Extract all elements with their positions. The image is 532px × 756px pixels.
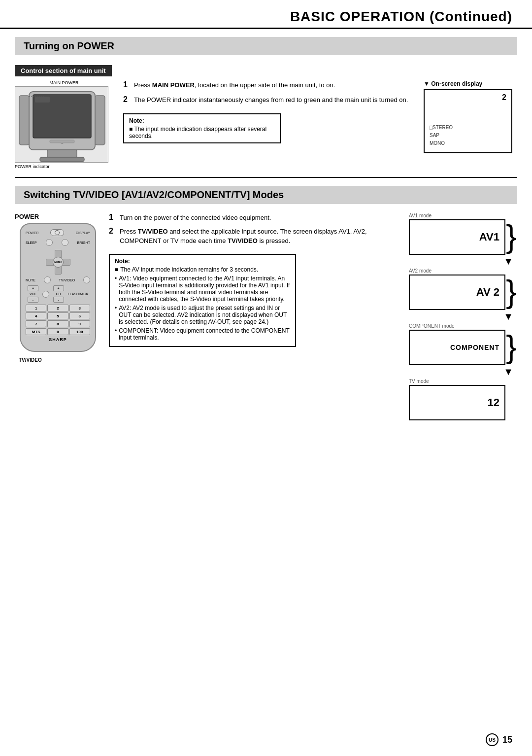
switch-step1-text: Turn on the power of the connected video… xyxy=(120,213,271,223)
remote-ch-plus[interactable]: + xyxy=(53,285,64,291)
remote-btn-9[interactable]: 9 xyxy=(69,320,90,327)
svg-rect-1 xyxy=(95,96,105,145)
remote-tvvideo-remote-label: TV/VIDEO xyxy=(59,278,75,282)
remote-btn-1[interactable]: 1 xyxy=(26,305,46,311)
remote-vol-plus[interactable]: + xyxy=(28,285,38,291)
switching-steps: 1 Turn on the power of the connected vid… xyxy=(109,213,401,421)
tv-mode-text: 12 xyxy=(488,396,499,409)
switch-step1-num: 1 xyxy=(109,213,117,222)
region-badge: US xyxy=(486,733,499,746)
note-box-2: Note: ■ The AV input mode indication rem… xyxy=(109,254,296,347)
remote-mute-btn[interactable] xyxy=(44,276,51,283)
main-power-label: MAIN POWER xyxy=(15,80,113,85)
remote-tvvideo-btn[interactable] xyxy=(83,276,90,283)
vol-label: VOL xyxy=(30,292,36,296)
note-bullet: The input mode indication disappears aft… xyxy=(129,126,266,139)
remote-ch-minus[interactable]: - xyxy=(53,297,64,303)
av2-mode-label: AV2 mode xyxy=(409,268,517,274)
remote-btn-6[interactable]: 6 xyxy=(69,312,90,319)
subsection-header: Control section of main unit xyxy=(15,65,112,76)
remote-numpad: 1 2 3 4 5 6 7 8 9 MTS 0 100 xyxy=(26,305,90,335)
remote-btn-8[interactable]: 8 xyxy=(47,320,68,327)
note2-bullet2-text: AV1: Video equipment connected to the AV… xyxy=(119,275,290,303)
arrow-av1-av2: ▼ xyxy=(409,256,517,267)
remote-sleep-label: SLEEP xyxy=(26,241,37,244)
note2-bullet4-icon: • xyxy=(115,327,117,341)
page-title: BASIC OPERATION (Continued) xyxy=(290,9,512,24)
remote-display-text: DISPLAY xyxy=(76,231,90,235)
step2-text: The POWER indicator instantaneously chan… xyxy=(134,95,408,105)
remote-btn-0[interactable]: 0 xyxy=(47,328,68,335)
component-mode-text: COMPONENT xyxy=(450,344,499,351)
sharp-logo: SHARP xyxy=(26,337,90,342)
note-label: Note: xyxy=(129,117,275,124)
note2-bullet3-icon: • xyxy=(115,305,117,325)
svg-rect-4 xyxy=(35,97,50,103)
remote-flashback-btn[interactable] xyxy=(42,291,49,298)
onscreen-label: On-screen display xyxy=(424,80,517,87)
av2-bracket: } xyxy=(505,278,517,307)
onscreen-box: 2 ⎕STEREO SAP MONO xyxy=(424,89,512,153)
remote-bright-label: BRIGHT xyxy=(77,241,90,244)
remote-sleep-btn[interactable] xyxy=(46,239,53,246)
remote-btn-mts[interactable]: MTS xyxy=(26,328,46,335)
svg-rect-0 xyxy=(19,96,29,145)
tvvideo-side-label: TV/VIDEO xyxy=(19,357,42,363)
svg-rect-7 xyxy=(47,150,77,158)
arrow-av2-component: ▼ xyxy=(409,311,517,322)
menu-label: MENU xyxy=(54,261,62,264)
step2-num: 2 xyxy=(123,95,131,104)
remote-dpad[interactable]: MENU xyxy=(46,250,70,275)
step1-num: 1 xyxy=(123,80,131,89)
page-header: BASIC OPERATION (Continued) xyxy=(0,0,532,29)
av1-mode-box: AV1 xyxy=(409,219,505,255)
tv-illustration xyxy=(15,86,108,163)
remote-area: POWER POWER DISPLAY SLEEP xyxy=(15,213,101,421)
page-number: 15 xyxy=(502,735,512,745)
av1-mode-label: AV1 mode xyxy=(409,213,517,218)
remote-btn-7[interactable]: 7 xyxy=(26,320,46,327)
note2-bullet1-text: The AV input mode indication remains for… xyxy=(120,266,258,273)
remote-btn-100[interactable]: 100 xyxy=(69,328,90,335)
tv-mode-label: TV mode xyxy=(409,378,517,384)
switch-step2-text: Press TV/VIDEO and select the applicable… xyxy=(120,227,401,246)
section2-title: Switching TV/VIDEO [AV1/AV2/COMPONENT/TV… xyxy=(24,189,284,200)
component-mode-label: COMPONENT mode xyxy=(409,323,517,329)
arrow-component-tv: ▼ xyxy=(409,366,517,378)
av2-mode-box: AV 2 xyxy=(409,275,505,310)
note2-text: ■ The AV input mode indication remains f… xyxy=(115,266,290,341)
note2-bullet3-text: AV2: AV2 mode is used to adjust the pres… xyxy=(119,305,290,325)
onscreen-area: On-screen display 2 ⎕STEREO SAP MONO xyxy=(424,80,517,169)
power-circle-icon xyxy=(55,230,60,235)
remote-btn-3[interactable]: 3 xyxy=(69,305,90,311)
remote-dpad-center-menu[interactable]: MENU xyxy=(53,257,64,268)
tv-image-area: MAIN POWER xyxy=(15,80,113,169)
remote-bright-btn[interactable] xyxy=(62,239,68,246)
remote-vol-minus[interactable]: - xyxy=(28,297,38,303)
mono-label: MONO xyxy=(430,139,453,147)
remote-power-button[interactable] xyxy=(50,229,64,236)
modes-right-column: AV1 mode AV1 } ▼ AV2 mode AV 2 } xyxy=(409,213,517,421)
remote-btn-5[interactable]: 5 xyxy=(47,312,68,319)
remote-btn-4[interactable]: 4 xyxy=(26,312,46,319)
note2-bullet2-icon: • xyxy=(115,275,117,303)
remote-power-text: POWER xyxy=(26,231,38,235)
ch-label: CH xyxy=(56,292,61,296)
sap-label: SAP xyxy=(430,132,453,139)
av1-mode-text: AV1 xyxy=(479,231,499,243)
svg-rect-8 xyxy=(40,157,84,162)
onscreen-number: 2 xyxy=(502,93,506,102)
power-indicator-label: POWER indicator xyxy=(15,164,113,169)
svg-rect-6 xyxy=(50,140,74,143)
region-text: US xyxy=(489,737,496,743)
note-text: The input mode indication disappears aft… xyxy=(129,126,275,139)
page-footer: US 15 xyxy=(486,733,512,746)
note-box: Note: The input mode indication disappea… xyxy=(123,113,281,143)
remote-flashback-label: FLASHBACK xyxy=(67,292,88,296)
onscreen-bottom: ⎕STEREO SAP MONO xyxy=(430,124,453,147)
step1-text: Press MAIN POWER, located on the upper s… xyxy=(134,80,335,90)
remote-btn-2[interactable]: 2 xyxy=(47,305,68,311)
switch-step2-num: 2 xyxy=(109,227,117,236)
note2-bullet1-icon: ■ xyxy=(115,266,118,273)
remote-mute-label: MUTE xyxy=(26,278,35,282)
